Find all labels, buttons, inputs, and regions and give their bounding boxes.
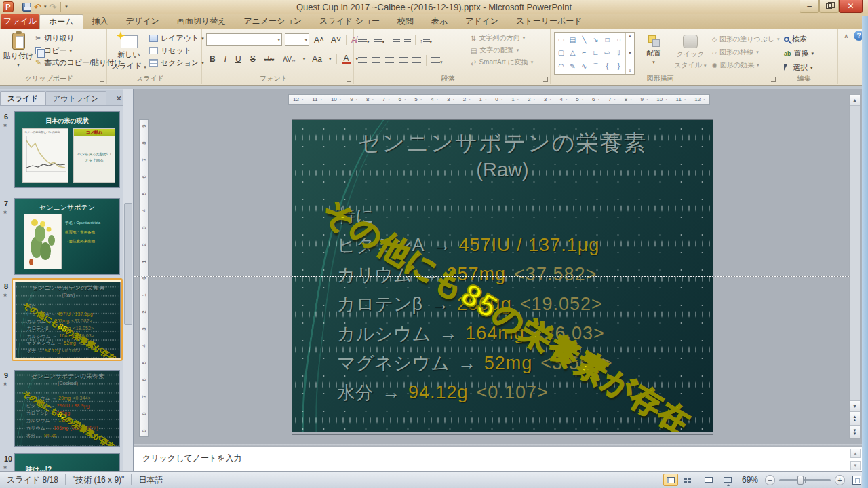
scroll-up-icon[interactable]: ▲ [628,34,632,38]
restore-button[interactable] [819,0,839,13]
zoom-in-button[interactable]: + [835,475,845,485]
minimize-button[interactable]: – [800,0,819,13]
animation-star-icon[interactable]: ★ [3,292,7,298]
grow-font-button[interactable]: A˄ [312,35,326,45]
numbering-button[interactable]: ▾ [374,34,385,46]
ribbon-tab[interactable]: スライド ショー [311,14,389,29]
notes-pane[interactable]: クリックしてノートを入力 ▲ ▼ [134,447,862,471]
shape-effects-button[interactable]: ◉図形の効果▾ [712,60,780,70]
text-direction-button[interactable]: ⇅文字列の方向▾ [471,33,533,43]
language-indicator[interactable]: 日本語 [132,472,170,488]
replace-button[interactable]: ab置換▾ [784,48,814,58]
thumbnail-slide-8-selected[interactable]: 8 ★ センニンサボテンの栄養素 (Raw) 特に [0,281,122,364]
shape-icon[interactable]: { [606,63,608,70]
scrollbar-track[interactable] [850,106,860,400]
horizontal-guide[interactable] [134,276,850,277]
align-left-button[interactable] [358,57,367,64]
shape-icon[interactable]: ⇨ [604,50,610,56]
ribbon-tab[interactable]: アニメーション [235,14,311,29]
shadow-button[interactable]: abc [262,55,277,63]
align-center-button[interactable] [372,57,380,64]
thumbnail-slide-6[interactable]: 6 ★ 日本の米の現状 コメへの支出額とパンの支出 コメ離れ パンを買った額がコ… [0,111,122,194]
theme-name[interactable]: "技術 (16 x 9)" [66,472,132,488]
animation-star-icon[interactable]: ★ [3,464,7,470]
ribbon-tab[interactable]: デザイン [117,14,168,29]
character-spacing-button[interactable]: AV↔ [281,55,298,64]
change-case-button[interactable]: Aa [310,54,324,64]
new-slide-button[interactable]: 新しい スライド ▾ [111,31,146,71]
tab-outline[interactable]: アウトライン [45,91,106,105]
notes-placeholder[interactable]: クリックしてノートを入力 [142,453,242,464]
dialog-launcher-icon[interactable] [543,77,548,82]
font-size-combo[interactable]: ▾ [285,33,309,46]
shape-icon[interactable]: □ [605,37,609,43]
minimize-ribbon-icon[interactable]: ∧ [844,33,848,39]
thumbnail-slide-10[interactable]: 10 ★ 味は...!? [0,453,122,471]
shape-icon[interactable]: ↘ [593,37,598,43]
ribbon-tab[interactable]: 画面切り替え [168,14,235,29]
panel-scrollbar[interactable] [123,89,133,471]
reading-view-button[interactable] [701,474,716,486]
animation-star-icon[interactable]: ★ [3,122,7,128]
close-pane-icon[interactable]: ✕ [116,94,122,103]
shape-icon[interactable]: ∿ [581,63,587,70]
reset-button[interactable]: リセット [149,45,204,56]
strikethrough-button[interactable]: S [248,54,258,64]
layout-button[interactable]: レイアウト▾ [149,33,204,43]
shape-outline-button[interactable]: ▱図形の枠線▾ [712,48,780,57]
slide-canvas[interactable]: センニンサボテンの栄養素 (Raw) 特に ビタミンA → 457IU / 13… [292,120,713,434]
shape-icon[interactable]: ○ [616,37,620,43]
notes-scrollbar[interactable]: ▲ ▼ [850,449,861,470]
line-spacing-button[interactable]: ↕▾ [420,34,432,46]
previous-slide-button[interactable]: ▲▲ [850,411,860,425]
slide-sorter-button[interactable] [682,474,697,486]
zoom-level[interactable]: 69% [739,475,761,485]
scroll-up-icon[interactable]: ▲ [850,95,860,106]
shape-fill-button[interactable]: ◇図形の塗りつぶし▾ [712,35,780,44]
gallery-expand-icon[interactable]: ⇓ [628,68,631,73]
columns-button[interactable]: ▾ [431,54,443,67]
align-right-button[interactable] [385,57,394,64]
ribbon-tab[interactable]: アドイン [456,14,507,29]
ribbon-tab[interactable]: 挿入 [83,14,117,29]
underline-button[interactable]: U [233,54,243,64]
paste-button[interactable]: 貼り付け▾ [4,31,33,68]
shape-icon[interactable]: ∟ [593,50,599,56]
distribute-button[interactable] [412,57,421,64]
zoom-out-button[interactable]: − [765,475,775,485]
thumbnail-slide-9[interactable]: 9 ★ センニンサボテンの栄養素 (Cooked) ナトリウム [0,370,122,453]
shape-icon[interactable]: ⇩ [616,50,621,56]
bold-button[interactable]: B [208,54,218,64]
shape-icon[interactable]: ◠ [558,63,564,70]
next-slide-button[interactable]: ▼▼ [850,425,860,438]
scroll-down-icon[interactable]: ▼ [628,51,632,55]
align-text-button[interactable]: ▤文字の配置▾ [471,45,533,55]
shape-icon[interactable]: ⌒ [593,63,599,70]
shrink-font-button[interactable]: A˅ [329,35,343,45]
slide-title[interactable]: センニンサボテンの栄養素 [292,128,713,159]
find-button[interactable]: 検索 [784,34,814,44]
font-name-combo[interactable]: ▾ [206,33,282,46]
ribbon-tab[interactable]: 校閲 [389,14,422,29]
tab-slides[interactable]: スライド [0,91,45,105]
italic-button[interactable]: I [222,54,229,64]
increase-indent-button[interactable] [404,34,411,46]
shape-icon[interactable]: △ [570,50,576,56]
shapes-gallery-scrollbar[interactable]: ▲ ▼ ⇓ [625,33,634,74]
shape-icon[interactable]: ▢ [558,50,564,56]
animation-star-icon[interactable]: ★ [3,209,7,215]
normal-view-button[interactable] [663,474,678,486]
dialog-launcher-icon[interactable] [771,77,776,82]
section-button[interactable]: セクション▾ [149,58,204,68]
shape-icon[interactable]: ╲ [582,37,586,43]
ribbon-tab[interactable]: 表示 [422,14,456,29]
font-color-button[interactable]: A [342,54,351,64]
ribbon-tab[interactable]: ホーム [39,14,83,29]
shape-icon[interactable]: } [618,63,620,70]
shape-icon[interactable]: ⌐ [583,50,587,56]
convert-smartart-button[interactable]: ⇄SmartArt に変換▾ [471,58,533,67]
dialog-launcher-icon[interactable] [100,77,104,82]
scroll-up-icon[interactable]: ▲ [850,449,861,458]
close-button[interactable]: ✕ [839,0,863,13]
dialog-launcher-icon[interactable] [347,77,351,82]
